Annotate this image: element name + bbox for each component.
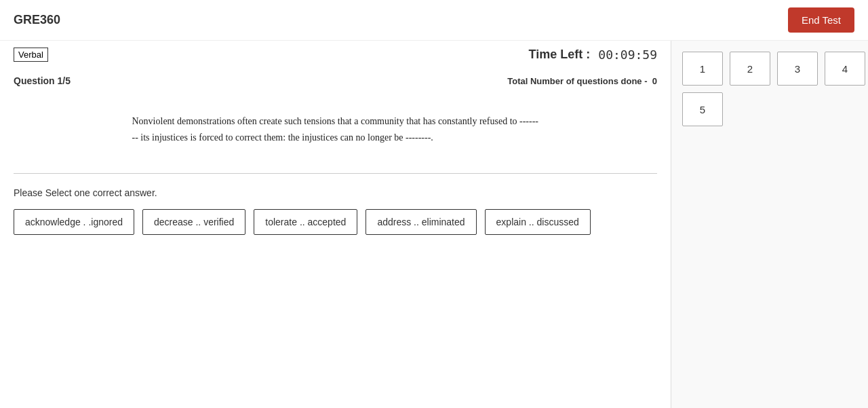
passage-text: Nonviolent demonstrations often create s… xyxy=(132,100,539,160)
main-layout: Verbal Time Left : 00:09:59 Question 1/5… xyxy=(0,41,868,408)
answer-option-5[interactable]: explain .. discussed xyxy=(485,209,591,235)
end-test-button[interactable]: End Test xyxy=(788,7,854,33)
question-nav-btn-5[interactable]: 5 xyxy=(682,92,723,126)
app-logo: GRE360 xyxy=(14,13,60,27)
answer-option-3[interactable]: tolerate .. accepted xyxy=(254,209,357,235)
timer-label: Time Left : xyxy=(529,48,591,62)
question-nav-grid: 12345 xyxy=(682,52,857,126)
answer-option-4[interactable]: address .. eliminated xyxy=(366,209,476,235)
timer-section: Time Left : 00:09:59 xyxy=(529,48,657,62)
answer-option-1[interactable]: acknowledge . .ignored xyxy=(14,209,134,235)
content-area: Verbal Time Left : 00:09:59 Question 1/5… xyxy=(0,41,671,408)
questions-done: Total Number of questions done - 0 xyxy=(507,76,657,86)
divider xyxy=(14,173,657,174)
question-nav-btn-4[interactable]: 4 xyxy=(825,52,865,86)
answer-instruction: Please Select one correct answer. xyxy=(14,187,657,198)
question-header: Question 1/5 Total Number of questions d… xyxy=(14,75,657,86)
question-nav-btn-2[interactable]: 2 xyxy=(730,52,770,86)
answer-option-2[interactable]: decrease .. verified xyxy=(142,209,245,235)
section-tag: Verbal xyxy=(14,48,48,62)
timer-value: 00:09:59 xyxy=(598,48,657,62)
done-count: 0 xyxy=(652,76,657,86)
answer-options: acknowledge . .ignoreddecrease .. verifi… xyxy=(14,209,657,235)
question-nav-btn-1[interactable]: 1 xyxy=(682,52,723,86)
header: GRE360 End Test xyxy=(0,0,868,41)
question-nav-btn-3[interactable]: 3 xyxy=(777,52,818,86)
question-number: Question 1/5 xyxy=(14,75,71,86)
sidebar: 12345 xyxy=(671,41,868,408)
